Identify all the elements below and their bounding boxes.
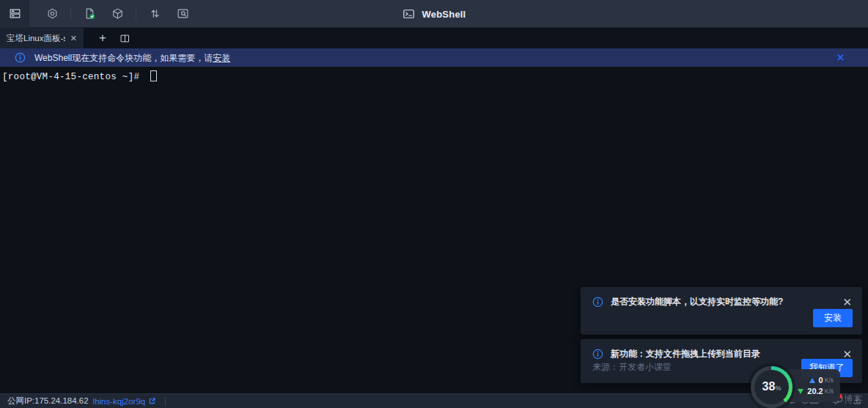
split-view-icon [119, 33, 130, 44]
file-check-icon [84, 7, 96, 20]
tab-close-icon[interactable]: ✕ [70, 34, 77, 43]
settings-button[interactable] [43, 4, 62, 23]
load-gauge[interactable]: 38% [751, 366, 792, 408]
download-unit: K/s [825, 387, 834, 395]
info-icon [15, 52, 26, 63]
toast-close-icon[interactable]: ✕ [842, 349, 852, 360]
banner-install-link[interactable]: 安装 [213, 53, 230, 63]
tab-baota-panel[interactable]: 宝塔Linux面板-sSj2 ✕ [0, 28, 84, 48]
arrows-updown-icon [149, 7, 161, 20]
toast-message: 是否安装功能脚本，以支持实时监控等功能? [611, 296, 835, 308]
info-icon [592, 349, 603, 360]
terminal-cursor [150, 70, 157, 81]
instance-link[interactable]: lhins-kqj2or9q [93, 397, 146, 406]
upload-arrow-icon [809, 378, 815, 383]
toast-source: 来源：开发者小课堂 [592, 361, 672, 374]
banner-close-icon[interactable]: ✕ [836, 52, 853, 63]
terminal-icon [402, 7, 416, 21]
load-gauge-value: 38 [762, 380, 776, 393]
download-button[interactable] [852, 396, 862, 406]
webshell-app: WebShell 宝塔Linux面板-sSj2 ✕ + WebShell现在支持… [0, 0, 868, 408]
window-search-button[interactable] [173, 4, 192, 23]
transfer-button[interactable] [145, 4, 164, 23]
upload-value: 0 [819, 376, 823, 385]
topbar: WebShell [0, 0, 868, 28]
gear-icon [46, 7, 59, 20]
app-title-group: WebShell [402, 0, 466, 28]
toast-close-icon[interactable]: ✕ [842, 296, 852, 307]
panel-nav-button[interactable] [0, 0, 29, 28]
panel-icon [9, 7, 21, 20]
toolbar-divider [70, 8, 71, 20]
banner-message: WebShell现在支持命令块功能，如果需要，请 [34, 53, 213, 63]
tabbar: 宝塔Linux面板-sSj2 ✕ + [0, 28, 868, 48]
download-value: 20.2 [807, 387, 823, 396]
statusbar: 公网IP:175.24.184.62 lhins-kqj2or9q [0, 393, 868, 408]
load-gauge-face: 38% [754, 370, 789, 404]
statusbar-divider [165, 397, 166, 406]
webshell-banner: WebShell现在支持命令块功能，如果需要，请安装 ✕ [0, 48, 868, 67]
public-ip-label: 公网IP:175.24.184.62 [7, 396, 89, 407]
window-search-icon [177, 7, 189, 20]
package-button[interactable] [108, 4, 127, 23]
package-icon [111, 7, 124, 20]
external-link-icon[interactable] [148, 397, 156, 405]
file-check-button[interactable] [80, 4, 99, 23]
split-view-button[interactable] [116, 28, 133, 48]
download-arrow-icon [798, 389, 803, 394]
upload-unit: K/s [825, 376, 834, 384]
toolbar-icons [38, 4, 196, 23]
load-gauge-unit: % [775, 385, 781, 392]
tab-label: 宝塔Linux面板-sSj2 [7, 33, 65, 44]
download-icon [852, 396, 862, 406]
toast-install-script: 是否安装功能脚本，以支持实时监控等功能? ✕ 安装 [581, 287, 862, 335]
new-tab-button[interactable]: + [94, 28, 111, 48]
page-title: WebShell [422, 9, 466, 20]
info-icon [592, 296, 603, 307]
terminal-prompt: [root@VM-4-15-centos ~]# [2, 72, 145, 82]
install-button[interactable]: 安装 [813, 309, 853, 327]
toolbar-divider [136, 8, 136, 20]
